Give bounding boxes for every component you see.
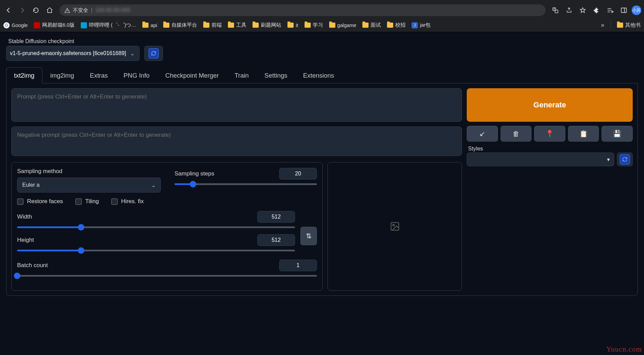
styles-label: Styles — [467, 146, 614, 152]
width-slider[interactable] — [17, 225, 295, 229]
sampling-method-select[interactable]: Euler a ⌄ — [17, 178, 161, 193]
main-tabs: txt2imgimg2imgExtrasPNG InfoCheckpoint M… — [6, 67, 638, 83]
negative-prompt-input[interactable] — [11, 127, 462, 156]
home-button[interactable] — [44, 4, 55, 16]
styles-select[interactable]: ▾ — [467, 153, 614, 166]
tab-train[interactable]: Train — [227, 67, 256, 83]
bookmark-icon: G — [3, 22, 10, 28]
svg-point-4 — [392, 224, 394, 226]
swap-dimensions-button[interactable]: ⇅ — [300, 227, 317, 245]
svg-rect-3 — [391, 223, 399, 231]
prompt-input[interactable] — [11, 88, 462, 122]
browser-toolbar: 不安全 | 100.00.00.000 小其 — [0, 2, 644, 18]
bookmark-item[interactable]: GGoogle — [3, 22, 28, 28]
warning-icon — [64, 8, 70, 13]
tab-settings[interactable]: Settings — [257, 67, 295, 83]
back-button[interactable] — [3, 4, 14, 16]
checkbox-hires-fix[interactable]: Hires. fix — [111, 198, 144, 205]
reload-button[interactable] — [30, 4, 42, 16]
checkbox-tiling[interactable]: Tiling — [75, 198, 99, 205]
url-text: 100.00.00.000 — [95, 7, 130, 13]
bookmark-icon — [362, 23, 369, 28]
height-value[interactable]: 512 — [257, 234, 295, 246]
address-bar[interactable]: 不安全 | 100.00.00.000 — [60, 4, 545, 16]
share-icon[interactable] — [563, 4, 575, 16]
interrogate-button[interactable]: ↙ — [467, 126, 498, 142]
width-value[interactable]: 512 — [257, 211, 295, 223]
bookmark-item[interactable]: 学习 — [305, 22, 323, 28]
sampling-steps-value[interactable]: 20 — [279, 168, 317, 180]
playlist-icon[interactable] — [604, 4, 616, 16]
avatar[interactable]: 小其 — [632, 5, 641, 15]
bookmark-icon — [203, 23, 209, 28]
image-placeholder-icon — [390, 221, 400, 232]
generation-settings: Sampling method Euler a ⌄ Sampling steps… — [11, 162, 323, 291]
bookmarks-bar: GGoogle网易邮箱6.0版哔哩哔哩 (゜-゜)つ…api自媒体平台前端工具刷… — [0, 18, 644, 32]
tab-png-info[interactable]: PNG Info — [116, 67, 157, 83]
styles-refresh-button[interactable] — [617, 153, 633, 166]
bookmark-item[interactable]: 工具 — [228, 22, 246, 28]
batch-count-label: Batch count — [17, 262, 48, 269]
star-icon[interactable] — [577, 4, 589, 16]
tab-txt2img[interactable]: txt2img — [6, 67, 42, 83]
watermark: Yuucn.com — [606, 345, 642, 354]
sidepanel-icon[interactable] — [618, 4, 630, 16]
tab-checkpoint-merger[interactable]: Checkpoint Merger — [157, 67, 227, 83]
checkpoint-select[interactable]: v1-5-pruned-emaonly.safetensors [6ce0161… — [6, 46, 140, 61]
paste-button[interactable]: 📋 — [568, 126, 599, 142]
bookmark-icon — [287, 23, 294, 28]
clear-button[interactable]: 🗑 — [501, 126, 532, 142]
generate-button[interactable]: Generate — [467, 88, 633, 122]
bookmark-icon — [81, 22, 87, 28]
bookmark-item[interactable]: api — [142, 23, 157, 28]
bookmark-item[interactable]: it — [287, 23, 298, 28]
bookmark-item[interactable]: 面试 — [362, 22, 381, 28]
forward-button[interactable] — [16, 4, 28, 16]
sampling-steps-label: Sampling steps — [175, 170, 214, 177]
bookmark-icon — [253, 23, 259, 28]
bookmark-icon — [228, 23, 234, 28]
tab-extras[interactable]: Extras — [82, 67, 116, 83]
other-bookmarks[interactable]: 其他书 — [617, 22, 641, 28]
bookmark-item[interactable]: galgame — [329, 23, 357, 28]
refresh-icon — [149, 48, 159, 58]
batch-count-slider[interactable] — [17, 273, 317, 278]
insecure-label: 不安全 — [73, 7, 88, 14]
tab-extensions[interactable]: Extensions — [295, 67, 342, 83]
checkbox-restore-faces[interactable]: Restore faces — [17, 198, 63, 205]
checkpoint-label: Stable Diffusion checkpoint — [6, 38, 140, 44]
bookmark-icon: J — [412, 22, 418, 28]
bookmark-item[interactable]: 网易邮箱6.0版 — [34, 22, 75, 28]
refresh-icon — [620, 154, 630, 165]
sampling-method-label: Sampling method — [17, 168, 161, 175]
bookmark-item[interactable]: 前端 — [203, 22, 222, 28]
svg-rect-2 — [621, 8, 627, 12]
flag-button[interactable]: 📍 — [534, 126, 565, 142]
bookmark-icon — [163, 23, 169, 28]
bookmark-icon — [305, 23, 311, 28]
bookmark-icon — [34, 22, 40, 28]
chevron-down-icon: ⌄ — [151, 182, 156, 188]
width-label: Width — [17, 213, 32, 220]
height-slider[interactable] — [17, 248, 295, 253]
bookmark-item[interactable]: 自媒体平台 — [163, 22, 197, 28]
caret-down-icon: ▾ — [607, 156, 610, 163]
bookmark-icon — [329, 23, 335, 28]
bookmark-icon — [387, 23, 393, 28]
bookmark-item[interactable]: Jjar包 — [412, 22, 430, 28]
bookmark-item[interactable]: 哔哩哔哩 (゜-゜)つ… — [81, 22, 136, 28]
output-preview — [327, 162, 462, 291]
bookmarks-overflow[interactable]: » — [601, 22, 604, 29]
height-label: Height — [17, 237, 34, 244]
bookmark-item[interactable]: 校招 — [387, 22, 405, 28]
save-button[interactable]: 💾 — [602, 126, 633, 142]
checkpoint-refresh[interactable] — [144, 46, 163, 61]
bookmark-icon — [142, 23, 149, 28]
chevron-down-icon: ⌄ — [130, 50, 134, 57]
batch-count-value[interactable]: 1 — [279, 260, 317, 271]
sampling-steps-slider[interactable] — [175, 182, 317, 186]
translate-icon[interactable] — [550, 4, 561, 16]
extensions-icon[interactable] — [591, 4, 602, 16]
bookmark-item[interactable]: 刷题网站 — [253, 22, 281, 28]
tab-img2img[interactable]: img2img — [42, 67, 82, 83]
